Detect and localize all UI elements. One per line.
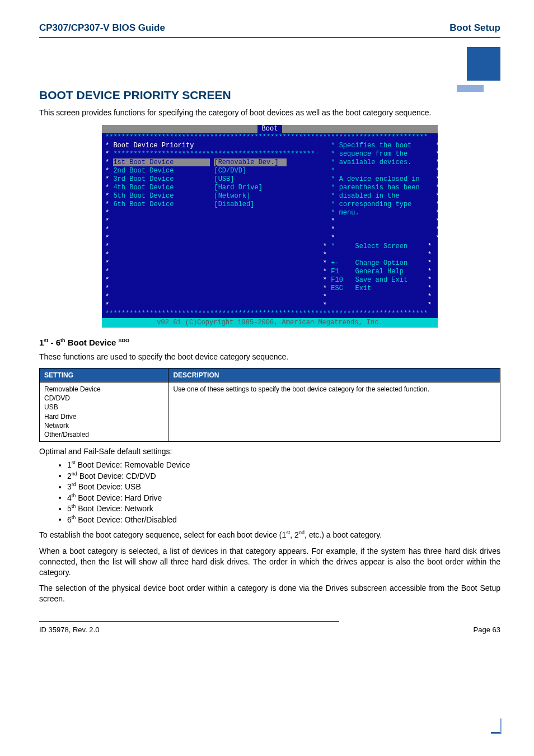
paragraph-category: When a boot category is selected, a list… (39, 546, 500, 578)
list-item: 5th Boot Device: Network (67, 503, 500, 514)
list-item: 2nd Boot Device: CD/DVD (67, 470, 500, 482)
cell-description: Use one of these settings to specify the… (168, 382, 500, 441)
paragraph-drives: The selection of the physical device boo… (39, 583, 500, 604)
col-setting: SETTING (40, 368, 168, 382)
table-row: Removable Device CD/DVD USB Hard Drive N… (40, 382, 500, 441)
col-description: DESCRIPTION (168, 368, 500, 382)
section-title: BOOT DEVICE PRIORITY SCREEN (39, 88, 500, 102)
bios-footer: v02.61 (C)Copyright 1985-2006, American … (102, 318, 438, 328)
settings-table: SETTING DESCRIPTION Removable Device CD/… (39, 368, 500, 442)
list-item: 3rd Boot Device: USB (67, 481, 500, 492)
bios-screenshot: Boot ***********************************… (102, 125, 438, 328)
bios-menu-bar: Boot (102, 125, 438, 133)
defaults-list: 1st Boot Device: Removable Device2nd Boo… (39, 459, 500, 525)
page-footer: ID 35978, Rev. 2.0 Page 63 (39, 626, 500, 634)
bios-tab-boot[interactable]: Boot (257, 125, 283, 133)
section-intro: This screen provides functions for speci… (39, 108, 500, 118)
sdo-marker: SDO (119, 338, 130, 343)
paragraph-establish: To establish the boot category sequence,… (39, 529, 500, 540)
list-item: 4th Boot Device: Hard Drive (67, 492, 500, 503)
sub-desc: These functions are used to specify the … (39, 352, 500, 362)
cell-settings: Removable Device CD/DVD USB Hard Drive N… (40, 382, 168, 441)
header-rule (39, 37, 500, 38)
footer-left: ID 35978, Rev. 2.0 (39, 626, 99, 634)
header-right: Boot Setup (449, 22, 500, 34)
bios-body: ****************************************… (102, 133, 438, 318)
footer-decoration (491, 718, 502, 734)
footer-rule (39, 621, 339, 622)
subheading: 1st - 6th Boot Device SDO (39, 338, 500, 347)
header-left: CP307/CP307-V BIOS Guide (39, 22, 165, 34)
defaults-intro: Optimal and Fail-Safe default settings: (39, 446, 500, 457)
footer-right: Page 63 (474, 626, 500, 634)
list-item: 6th Boot Device: Other/Disabled (67, 514, 500, 525)
brand-logo (456, 47, 500, 92)
list-item: 1st Boot Device: Removable Device (67, 459, 500, 470)
page-header: CP307/CP307-V BIOS Guide Boot Setup (39, 22, 500, 34)
